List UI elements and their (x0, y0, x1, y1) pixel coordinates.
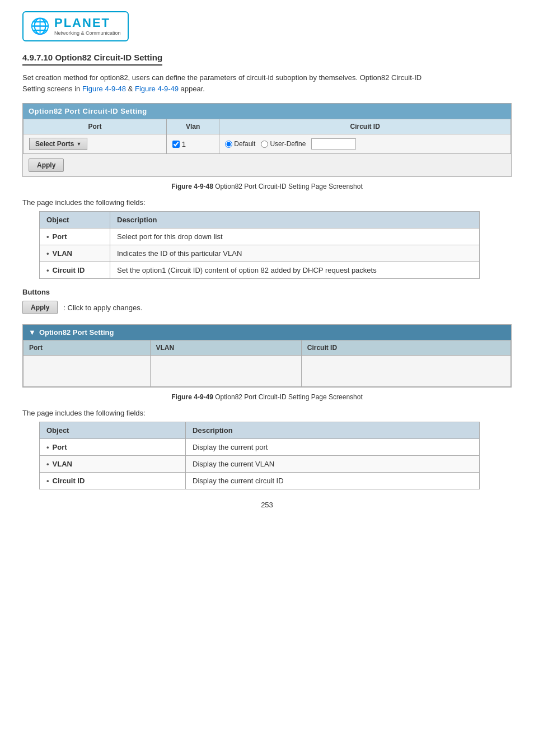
table-row: •Circuit IDSet the option1 (Circuit ID) … (40, 262, 480, 279)
figure48-caption: Figure 4-9-48 Option82 Port Circuit-ID S… (22, 183, 512, 190)
description-table-2: Object Description •PortDisplay the curr… (39, 422, 480, 489)
circuit-id-radio-group: Default User-Define (225, 138, 356, 150)
select-ports-button[interactable]: Select Ports (29, 138, 87, 150)
radio-default[interactable] (225, 141, 232, 148)
table-row: •PortDisplay the current port (40, 439, 480, 456)
description-table-1: Object Description •PortSelect port for … (39, 211, 480, 279)
buttons-title: Buttons (22, 288, 512, 296)
fields-intro-1: The page includes the following fields: (22, 198, 512, 207)
setting-table-1: Port Vlan Circuit ID Select Ports 1 (23, 119, 511, 154)
col2-vlan-header: VLAN (150, 340, 301, 356)
buttons-row: Apply : Click to apply changes. (22, 301, 512, 314)
col2-port-header: Port (24, 340, 151, 356)
intro-text2: Setting screens in (22, 85, 80, 93)
empty-vlan-cell (150, 356, 301, 387)
radio-default-label[interactable]: Default (225, 140, 255, 148)
circuit-id-cell: Default User-Define (219, 134, 511, 154)
object-cell: •Port (40, 439, 186, 456)
vlan-checkbox[interactable] (172, 141, 180, 148)
empty-port-cell (24, 356, 151, 387)
table2-col-object: Object (40, 422, 186, 439)
description-cell: Display the current circuit ID (186, 473, 480, 489)
figure48-caption-bold: Figure 4-9-48 (171, 183, 213, 190)
user-define-input[interactable] (311, 138, 356, 150)
description-cell: Display the current port (186, 439, 480, 456)
table1-col-object: Object (40, 212, 110, 228)
intro-text3: appear. (181, 85, 205, 93)
logo-text-group: PLANET Networking & Communication (54, 16, 121, 37)
table-row: •PortSelect port for this drop down list (40, 228, 480, 245)
page-number: 253 (22, 501, 512, 509)
description-cell: Indicates the ID of this particular VLAN (110, 245, 480, 262)
figure48-link[interactable]: Figure 4-9-48 (82, 85, 126, 93)
description-cell: Select port for this drop down list (110, 228, 480, 245)
col-port-header: Port (24, 119, 167, 134)
vlan-value: 1 (182, 140, 186, 148)
buttons-section: Buttons Apply : Click to apply changes. (22, 288, 512, 314)
col2-circuit-id-header: Circuit ID (301, 340, 510, 356)
description-cell: Set the option1 (Circuit ID) content of … (110, 262, 480, 279)
table2-col-description: Description (186, 422, 480, 439)
radio-user-define-label[interactable]: User-Define (261, 140, 306, 148)
radio-default-text: Default (234, 140, 255, 148)
intro-between: & (128, 85, 135, 93)
logo-area: 🌐 PLANET Networking & Communication (22, 11, 512, 41)
figure49-link[interactable]: Figure 4-9-49 (135, 85, 179, 93)
vlan-cell: 1 (166, 134, 219, 154)
logo-box: 🌐 PLANET Networking & Communication (22, 11, 129, 41)
figure49-caption: Figure 4-9-49 Option82 Port Circuit-ID S… (22, 393, 512, 401)
bullet: • (46, 477, 49, 485)
bullet: • (46, 232, 49, 241)
setting-box-1: Option82 Port Circuit-ID Setting Port Vl… (22, 103, 512, 177)
table-row: •Circuit IDDisplay the current circuit I… (40, 473, 480, 489)
figure49-caption-text: Option82 Port Circuit-ID Setting Page Sc… (213, 393, 363, 401)
bullet: • (46, 460, 49, 468)
intro-paragraph: Set creation method for option82, users … (22, 72, 512, 96)
toggle-icon[interactable]: ▼ (29, 328, 36, 337)
col-circuit-id-header: Circuit ID (219, 119, 511, 134)
object-cell: •Port (40, 228, 110, 245)
bullet: • (46, 443, 49, 451)
table-row: •VLANIndicates the ID of this particular… (40, 245, 480, 262)
table-row: •VLANDisplay the current VLAN (40, 456, 480, 473)
apply-button-2[interactable]: Apply (22, 301, 58, 314)
planet-icon: 🌐 (30, 17, 50, 35)
intro-text1: Set creation method for option82, users … (22, 73, 421, 82)
description-cell: Display the current VLAN (186, 456, 480, 473)
brand-name: PLANET (54, 16, 121, 30)
setting-box-2: ▼ Option82 Port Setting Port VLAN Circui… (22, 324, 512, 388)
bullet: • (46, 266, 49, 274)
section-title: 4.9.7.10 Option82 Circuit-ID Setting (22, 53, 162, 66)
figure48-caption-text: Option82 Port Circuit-ID Setting Page Sc… (213, 183, 363, 190)
port-cell: Select Ports (24, 134, 167, 154)
setting-box-1-title: Option82 Port Circuit-ID Setting (23, 104, 511, 119)
radio-user-define-text: User-Define (270, 140, 306, 148)
col-vlan-header: Vlan (166, 119, 219, 134)
setting-table-2: Port VLAN Circuit ID (23, 340, 511, 387)
object-cell: •Circuit ID (40, 473, 186, 489)
bullet: • (46, 249, 49, 258)
setting-box-2-title: ▼ Option82 Port Setting (23, 325, 511, 340)
object-cell: •Circuit ID (40, 262, 110, 279)
empty-circuit-id-cell (301, 356, 510, 387)
apply-desc: : Click to apply changes. (63, 304, 142, 312)
figure49-caption-bold: Figure 4-9-49 (171, 393, 213, 401)
object-cell: •VLAN (40, 245, 110, 262)
fields-intro-2: The page includes the following fields: (22, 409, 512, 417)
apply-button-1[interactable]: Apply (29, 158, 64, 172)
apply-row-1: Apply (23, 154, 511, 176)
object-cell: •VLAN (40, 456, 186, 473)
radio-user-define[interactable] (261, 141, 268, 148)
brand-subtitle: Networking & Communication (54, 30, 121, 37)
table1-col-description: Description (110, 212, 480, 228)
setting-box-2-title-text: Option82 Port Setting (39, 328, 114, 337)
